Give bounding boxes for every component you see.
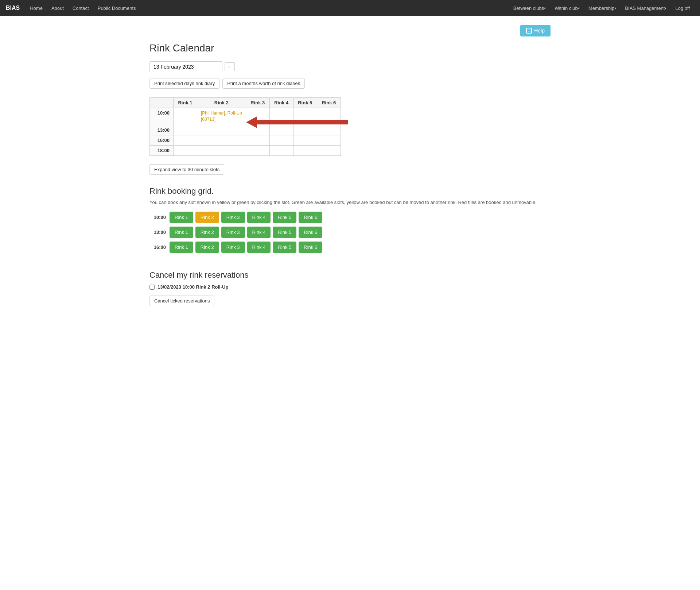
time-cell-1800: 18:00 — [150, 145, 174, 155]
rink6-col-header: Rink 6 — [317, 98, 341, 108]
rink2-cell-1300[interactable] — [197, 125, 246, 135]
rink-slot-button[interactable]: Rink 1 — [170, 242, 193, 253]
rink4-cell-1300[interactable] — [269, 125, 293, 135]
rink6-cell-1000[interactable] — [317, 108, 341, 125]
rink6-cell-1600[interactable] — [317, 135, 341, 145]
rink-slot-button[interactable]: Rink 3 — [221, 242, 245, 253]
rink2-cell-1600[interactable] — [197, 135, 246, 145]
booking-time-label: 10:00 — [149, 215, 166, 220]
nav-brand[interactable]: BIAS — [6, 5, 20, 11]
date-row: ··· — [149, 61, 551, 72]
booking-time-label: 16:00 — [149, 244, 166, 250]
rink1-cell-1800[interactable] — [174, 145, 197, 155]
rink5-col-header: Rink 5 — [293, 98, 317, 108]
nav-item-between-clubs[interactable]: Between clubs — [509, 0, 551, 16]
rink2-cell-1800[interactable] — [197, 145, 246, 155]
table-row: 13:00 — [150, 125, 341, 135]
booking-label-line1[interactable]: [Phil Hamer]. Roll-Up — [201, 110, 242, 116]
rink5-cell-1800[interactable] — [293, 145, 317, 155]
rink1-cell-1000[interactable] — [174, 108, 197, 125]
help-button[interactable]: □ Help — [520, 25, 551, 36]
table-row: 16:00 — [150, 135, 341, 145]
date-picker-button[interactable]: ··· — [225, 62, 235, 71]
print-row: Print selected days rink diary Print a m… — [149, 78, 551, 89]
expand-btn-row: Expand view to 30 minute slots — [149, 164, 551, 175]
reservation-item: 13/02/2023 10:00 Rink 2 Roll-Up — [149, 284, 551, 290]
time-col-header — [150, 98, 174, 108]
help-icon: □ — [526, 28, 532, 34]
rink3-cell-1800[interactable] — [246, 145, 269, 155]
booking-label-line2: [60713] — [201, 116, 242, 123]
rink3-cell-1000[interactable] — [246, 108, 269, 125]
nav-item-bias-management[interactable]: BIAS Management — [621, 0, 671, 16]
rink-calendar-table: Rink 1 Rink 2 Rink 3 Rink 4 Rink 5 Rink … — [149, 97, 341, 156]
rink1-col-header: Rink 1 — [174, 98, 197, 108]
rink-slot-button[interactable]: Rink 4 — [247, 242, 271, 253]
rink5-cell-1300[interactable] — [293, 125, 317, 135]
reservations-list: 13/02/2023 10:00 Rink 2 Roll-Up — [149, 284, 551, 290]
cancel-ticked-reservations-button[interactable]: Cancel ticked reservations — [149, 296, 214, 306]
rink-slot-button[interactable]: Rink 6 — [299, 212, 322, 223]
rink5-cell-1600[interactable] — [293, 135, 317, 145]
time-cell-1300: 13:00 — [150, 125, 174, 135]
rink2-cell-1000[interactable]: [Phil Hamer]. Roll-Up [60713] — [197, 108, 246, 125]
rink-slot-button[interactable]: Rink 5 — [273, 212, 296, 223]
rink4-cell-1800[interactable] — [269, 145, 293, 155]
nav-item-contact[interactable]: Contact — [68, 0, 93, 16]
nav-item-log-off[interactable]: Log off — [671, 0, 694, 16]
cancel-section-title: Cancel my rink reservations — [149, 270, 551, 280]
rink-slot-button[interactable]: Rink 6 — [299, 242, 322, 253]
booking-grid-row: 13:00Rink 1Rink 2Rink 3Rink 4Rink 5Rink … — [149, 227, 551, 238]
rink6-cell-1300[interactable] — [317, 125, 341, 135]
nav-item-about[interactable]: About — [47, 0, 68, 16]
rink4-col-header: Rink 4 — [269, 98, 293, 108]
booking-grid-description: You can book any slot shown in yellow or… — [149, 199, 551, 206]
print-month-button[interactable]: Print a months worth of rink diaries — [222, 78, 305, 89]
nav-item-membership[interactable]: Membership — [584, 0, 621, 16]
rink5-cell-1000[interactable] — [293, 108, 317, 125]
rink-slot-button[interactable]: Rink 5 — [273, 242, 296, 253]
rink-slot-button[interactable]: Rink 2 — [195, 242, 219, 253]
rink4-cell-1000[interactable] — [269, 108, 293, 125]
rink-slot-button[interactable]: Rink 2 — [195, 212, 219, 223]
rink-slot-button[interactable]: Rink 3 — [221, 212, 245, 223]
rink6-cell-1800[interactable] — [317, 145, 341, 155]
rink-slot-button[interactable]: Rink 5 — [273, 227, 296, 238]
rink2-col-header: Rink 2 — [197, 98, 246, 108]
booking-grid-row: 10:00Rink 1Rink 2Rink 3Rink 4Rink 5Rink … — [149, 212, 551, 223]
print-selected-day-button[interactable]: Print selected days rink diary — [149, 78, 219, 89]
rink3-col-header: Rink 3 — [246, 98, 269, 108]
page-title: Rink Calendar — [149, 42, 551, 54]
nav-item-within-club[interactable]: Within club — [550, 0, 584, 16]
table-row: 18:00 — [150, 145, 341, 155]
rink-slot-button[interactable]: Rink 4 — [247, 212, 271, 223]
rink3-cell-1300[interactable] — [246, 125, 269, 135]
rink1-cell-1300[interactable] — [174, 125, 197, 135]
expand-view-button[interactable]: Expand view to 30 minute slots — [149, 164, 224, 175]
rink-slot-button[interactable]: Rink 1 — [170, 212, 193, 223]
rink-slot-button[interactable]: Rink 1 — [170, 227, 193, 238]
booking-grid-container: 10:00Rink 1Rink 2Rink 3Rink 4Rink 5Rink … — [149, 212, 551, 253]
rink-slot-button[interactable]: Rink 2 — [195, 227, 219, 238]
rink-calendar-table-wrapper: Rink 1 Rink 2 Rink 3 Rink 4 Rink 5 Rink … — [149, 97, 341, 163]
table-row: 10:00 [Phil Hamer]. Roll-Up [60713] — [150, 108, 341, 125]
rink1-cell-1600[interactable] — [174, 135, 197, 145]
rink4-cell-1600[interactable] — [269, 135, 293, 145]
cancel-section: Cancel my rink reservations 13/02/2023 1… — [149, 270, 551, 306]
booking-time-label: 13:00 — [149, 230, 166, 235]
rink-slot-button[interactable]: Rink 6 — [299, 227, 322, 238]
reservation-label: 13/02/2023 10:00 Rink 2 Roll-Up — [158, 284, 228, 290]
time-cell-1000: 10:00 — [150, 108, 174, 125]
booking-grid-row: 16:00Rink 1Rink 2Rink 3Rink 4Rink 5Rink … — [149, 242, 551, 253]
rink-slot-button[interactable]: Rink 3 — [221, 227, 245, 238]
rink-slot-button[interactable]: Rink 4 — [247, 227, 271, 238]
main-nav: BIAS Home About Contact Public Documents… — [0, 0, 700, 16]
reservation-checkbox[interactable] — [149, 285, 155, 290]
booking-grid-section-title: Rink booking grid. — [149, 186, 551, 196]
rink3-cell-1600[interactable] — [246, 135, 269, 145]
nav-item-public-docs[interactable]: Public Documents — [93, 0, 140, 16]
date-input[interactable] — [149, 61, 222, 72]
nav-item-home[interactable]: Home — [26, 0, 47, 16]
time-cell-1600: 16:00 — [150, 135, 174, 145]
